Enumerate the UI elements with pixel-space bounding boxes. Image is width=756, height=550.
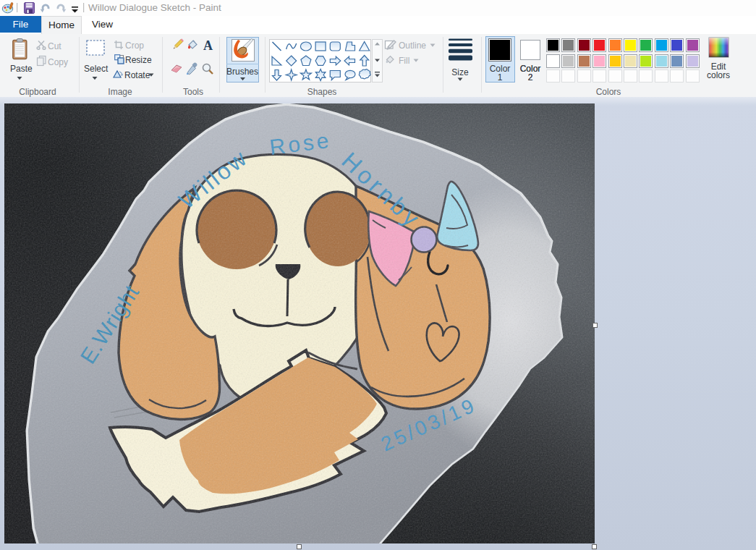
svg-text:A: A — [203, 38, 213, 53]
